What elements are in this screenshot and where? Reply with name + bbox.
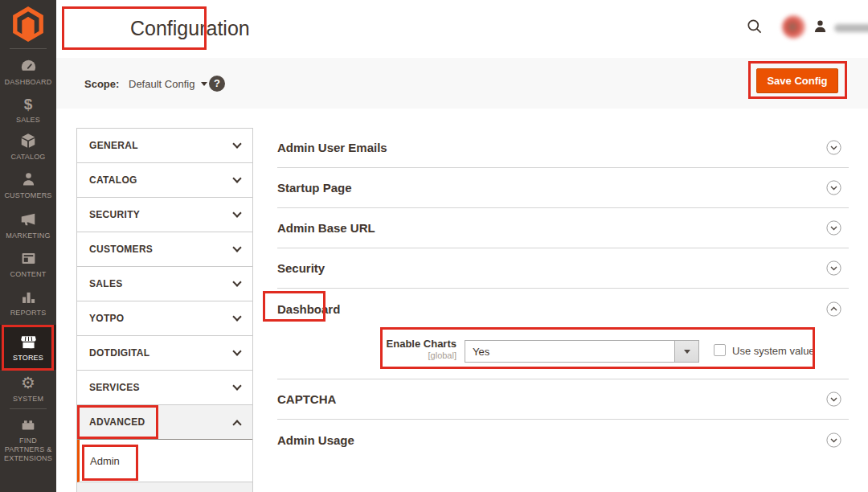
dashboard-section-body: Enable Charts [global] Yes Use system va… [277,329,849,379]
sidebar-item-label: DASHBOARD [2,78,54,87]
scope-value: Default Config [129,78,194,90]
sidebar-item-dashboard[interactable]: DASHBOARD [0,56,56,87]
search-icon[interactable] [747,18,763,38]
config-nav-label: ADVANCED [89,416,145,428]
chevron-up-icon [232,420,241,428]
chevron-down-icon [232,312,241,321]
config-nav-services[interactable]: SERVICES [77,371,252,405]
user-account-menu[interactable] [813,19,868,36]
chevron-down-icon [201,82,207,86]
chevron-down-icon [232,346,241,355]
sidebar-item-stores[interactable]: STORES [0,325,56,370]
main-sidebar: DASHBOARD $ SALES CATALOG CUSTOMERS MARK… [0,0,56,492]
config-nav-dotdigital[interactable]: DOTDIGITAL [77,336,252,371]
chevron-down-circle-icon [826,140,841,155]
config-nav-general[interactable]: GENERAL [77,129,252,163]
config-nav-label: GENERAL [89,140,138,151]
magento-logo-icon[interactable] [13,6,43,42]
configuration-nav: GENERAL CATALOG SECURITY CUSTOMERS SALES… [76,128,253,492]
sidebar-item-find-partners-extensions[interactable]: FIND PARTNERS & EXTENSIONS [0,415,56,463]
sidebar-item-label: STORES [2,354,54,363]
config-nav-sales[interactable]: SALES [77,267,252,301]
section-title: Admin User Emails [277,141,387,154]
reports-bars-icon [20,287,37,306]
scope-toolbar: Scope: Default Config ? Save Config [56,58,868,109]
sidebar-item-content[interactable]: CONTENT [0,248,56,279]
sidebar-item-sales[interactable]: $ SALES [0,94,56,125]
config-nav-label: YOTPO [89,313,125,324]
scope-help-icon[interactable]: ? [209,76,225,92]
sidebar-item-label: MARKETING [2,232,54,240]
page-header: Configuration [56,0,868,58]
sales-dollar-icon: $ [24,94,33,113]
chevron-down-icon [232,139,241,148]
save-config-button[interactable]: Save Config [756,68,838,93]
catalog-box-icon [19,131,37,150]
config-nav-label: SERVICES [89,382,140,393]
sidebar-item-label: CONTENT [2,270,54,279]
sidebar-item-label: FIND PARTNERS & EXTENSIONS [2,437,54,463]
chevron-down-icon [232,174,241,182]
config-nav-catalog[interactable]: CATALOG [77,163,252,198]
user-person-icon [813,19,827,36]
section-admin-user-emails[interactable]: Admin User Emails [277,128,849,168]
chevron-down-icon [232,277,241,286]
section-startup-page[interactable]: Startup Page [277,168,849,208]
scope-switcher[interactable]: Default Config [129,78,207,90]
config-subnav-next-row-partial [77,482,252,492]
sidebar-divider [10,408,47,409]
marketing-megaphone-icon [19,210,37,229]
sidebar-item-marketing[interactable]: MARKETING [0,210,56,240]
config-subnav-admin[interactable]: Admin [77,440,252,482]
sidebar-item-catalog[interactable]: CATALOG [0,131,56,162]
content-page-icon [20,248,37,268]
sidebar-item-system[interactable]: ⚙ SYSTEM [0,373,56,404]
field-label-text: Enable Charts [358,338,457,350]
sidebar-item-label: CATALOG [2,153,54,162]
section-dashboard[interactable]: Dashboard [277,289,849,329]
dashboard-gauge-icon [19,56,38,76]
section-title: Security [277,261,325,275]
system-gear-icon: ⚙ [21,373,35,392]
section-title: Startup Page [277,181,352,195]
section-security[interactable]: Security [277,248,849,289]
sidebar-item-reports[interactable]: REPORTS [0,287,56,318]
chevron-down-circle-icon [826,260,841,276]
section-admin-base-url[interactable]: Admin Base URL [277,208,849,248]
field-scope-hint: [global] [358,351,457,360]
config-nav-advanced[interactable]: ADVANCED [77,405,252,440]
chevron-down-icon [232,208,241,217]
config-subnav-label: Admin [90,455,120,467]
sidebar-item-label: SALES [2,116,54,125]
page-title: Configuration [130,17,250,40]
section-title: Dashboard [277,302,340,316]
username-blurred [834,24,868,32]
config-nav-yotpo[interactable]: YOTPO [77,301,252,336]
enable-charts-select[interactable]: Yes [465,340,699,363]
chevron-down-circle-icon [826,180,841,195]
config-nav-label: SECURITY [89,209,140,220]
config-sections: Admin User Emails Startup Page Admin Bas… [277,128,849,460]
use-system-value-checkbox[interactable] [714,344,726,356]
config-nav-customers[interactable]: CUSTOMERS [77,232,252,267]
sidebar-item-customers[interactable]: CUSTOMERS [0,170,56,200]
config-nav-label: CUSTOMERS [89,244,153,255]
chevron-down-icon [232,381,241,390]
config-nav-label: CATALOG [89,174,137,186]
select-dropdown-button[interactable] [674,341,698,362]
config-nav-label: SALES [89,278,123,289]
scope-label: Scope: [84,78,119,90]
sidebar-item-label: REPORTS [2,309,54,318]
customers-person-icon [20,170,37,189]
extensions-brick-icon [19,415,37,434]
chevron-down-circle-icon [826,220,841,236]
use-system-value-label[interactable]: Use system value [732,345,815,357]
section-captcha[interactable]: CAPTCHA [277,379,849,420]
magento-admin-configuration-page: DASHBOARD $ SALES CATALOG CUSTOMERS MARK… [0,0,868,492]
section-admin-usage[interactable]: Admin Usage [277,420,849,460]
sidebar-item-label: SYSTEM [2,395,54,404]
caret-down-icon [684,350,690,354]
notifications-indicator[interactable] [782,15,805,39]
config-nav-security[interactable]: SECURITY [77,198,252,232]
section-title: Admin Usage [277,433,354,447]
